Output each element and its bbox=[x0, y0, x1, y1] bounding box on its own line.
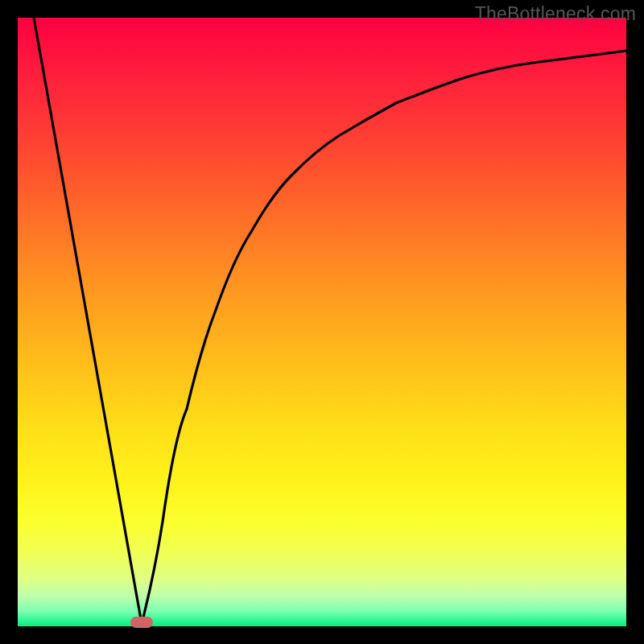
plot-area bbox=[18, 18, 626, 626]
bottleneck-marker bbox=[130, 617, 153, 628]
left-descent-line bbox=[34, 18, 142, 624]
chart-frame: TheBottleneck.com bbox=[0, 0, 644, 644]
right-ascent-curve bbox=[142, 51, 626, 624]
watermark-text: TheBottleneck.com bbox=[475, 3, 636, 25]
curve-svg bbox=[18, 18, 626, 626]
